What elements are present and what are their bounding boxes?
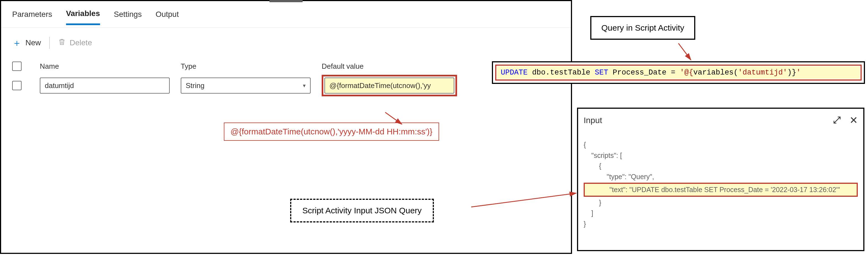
sql-token-col: Process_Date =	[608, 68, 680, 77]
json-line: }	[584, 220, 586, 228]
sql-token-open: (	[734, 68, 738, 77]
column-header-default: Default value	[322, 62, 463, 71]
variable-row: String ▾ @{formatDateTime(utcnow(),'yy	[1, 74, 571, 97]
delete-button[interactable]: Delete	[58, 38, 92, 48]
sql-token-func: variables	[693, 68, 734, 77]
json-line: "scripts": [	[584, 151, 622, 159]
sql-query-highlight: UPDATE dbo.testTable SET Process_Date = …	[495, 65, 862, 81]
panel-drag-handle[interactable]	[270, 0, 303, 2]
sql-token-arg: 'datumtijd'	[738, 68, 787, 77]
input-panel-title: Input	[584, 116, 602, 125]
json-line: {	[584, 141, 586, 148]
sql-token-set: SET	[595, 68, 608, 77]
expand-icon[interactable]	[833, 116, 841, 125]
sql-token-table: dbo.testTable	[528, 68, 595, 77]
sql-token-update: UPDATE	[501, 68, 528, 77]
tab-bar: Parameters Variables Settings Output	[1, 1, 571, 28]
toolbar-separator	[49, 37, 50, 49]
new-button[interactable]: ＋ New	[12, 38, 41, 47]
default-value-highlight: @{formatDateTime(utcnow(),'yy	[322, 75, 457, 96]
select-all-checkbox[interactable]	[12, 62, 22, 71]
column-header-name: Name	[40, 62, 181, 71]
sql-token-q1: '@{	[680, 68, 693, 77]
json-line: "type": "Query",	[584, 173, 654, 181]
tab-output[interactable]: Output	[156, 10, 179, 24]
plus-icon: ＋	[12, 38, 22, 47]
variable-name-input[interactable]	[40, 78, 170, 94]
arrow-label-to-sql	[674, 42, 696, 64]
variable-type-select[interactable]: String ▾	[181, 78, 311, 94]
query-activity-label-box: Query in Script Activity	[590, 16, 695, 40]
sql-token-close: )}	[787, 68, 796, 77]
json-query-label-box: Script Activity Input JSON Query	[290, 199, 434, 222]
trash-icon	[58, 38, 66, 48]
variable-type-value: String	[186, 81, 205, 90]
input-panel-header-icons: ✕	[833, 115, 858, 125]
chevron-down-icon: ▾	[303, 82, 306, 89]
close-icon[interactable]: ✕	[849, 115, 858, 125]
tab-settings[interactable]: Settings	[114, 10, 142, 24]
delete-button-label: Delete	[70, 38, 92, 47]
tab-variables[interactable]: Variables	[66, 9, 100, 25]
default-value-input[interactable]: @{formatDateTime(utcnow(),'yy	[324, 78, 454, 94]
json-line: {	[584, 162, 601, 170]
column-header-type: Type	[181, 62, 322, 71]
sql-token-q2: '	[796, 68, 801, 77]
json-line: }	[584, 199, 601, 207]
input-json-panel: Input ✕ { "scripts": [ { "type": "Query"…	[577, 108, 864, 251]
json-line-highlighted: "text": "UPDATE dbo.testTable SET Proces…	[584, 183, 858, 197]
sql-query-bar: UPDATE dbo.testTable SET Process_Date = …	[492, 61, 865, 84]
json-content: { "scripts": [ { "type": "Query", "text"…	[584, 129, 858, 240]
grid-header: Name Type Default value	[1, 58, 571, 74]
new-button-label: New	[25, 38, 41, 47]
sql-query-text: UPDATE dbo.testTable SET Process_Date = …	[497, 66, 860, 79]
json-line: ]	[584, 209, 593, 217]
tab-parameters[interactable]: Parameters	[12, 10, 52, 24]
variables-panel: Parameters Variables Settings Output ＋ N…	[0, 0, 572, 254]
svg-line-1	[678, 43, 691, 60]
toolbar: ＋ New Delete	[1, 28, 571, 58]
expression-callout: @{formatDateTime(utcnow(),'yyyy-MM-dd HH…	[224, 122, 439, 141]
input-panel-header: Input ✕	[584, 115, 858, 125]
row-checkbox[interactable]	[12, 81, 22, 90]
